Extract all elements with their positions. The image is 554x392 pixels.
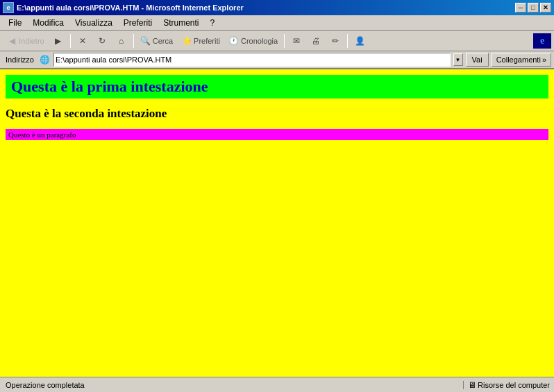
collegamenti-arrow: »	[542, 56, 546, 64]
paragraph: Questo è un paragrafo	[6, 129, 548, 140]
search-label: Cerca	[153, 37, 173, 45]
menu-bar: File Modifica Visualizza Preferiti Strum…	[0, 15, 554, 31]
preferiti-icon: ⭐	[181, 35, 192, 46]
refresh-icon: ↻	[96, 35, 108, 46]
title-bar: e E:\appunti aula corsi\PROVA.HTM - Micr…	[0, 0, 554, 15]
preferiti-button[interactable]: ⭐ Preferiti	[178, 33, 224, 49]
status-right-text: Risorse del computer	[478, 381, 550, 389]
content-area[interactable]: Questa è la prima intestazione Questa è …	[0, 69, 554, 377]
mail-icon: ✉	[291, 35, 302, 46]
ie-logo: e	[533, 33, 551, 49]
menu-visualizza[interactable]: Visualizza	[69, 17, 118, 29]
address-text[interactable]: E:\appunti aula corsi\PROVA.HTM	[56, 56, 448, 64]
stop-icon: ✕	[77, 35, 88, 46]
status-text: Operazione completata	[0, 381, 464, 389]
menu-modifica[interactable]: Modifica	[27, 17, 69, 29]
computer-icon: 🖥	[468, 380, 476, 390]
menu-help[interactable]: ?	[205, 17, 221, 29]
print-button[interactable]: 🖨	[307, 33, 325, 49]
messenger-button[interactable]: 👤	[351, 33, 369, 49]
address-input-wrap: E:\appunti aula corsi\PROVA.HTM	[53, 53, 451, 67]
toolbar: ◀ Indietro ▶ ✕ ↻ ⌂ 🔍 Cerca ⭐ Preferiti 🕐…	[0, 31, 554, 51]
status-right: 🖥 Risorse del computer	[464, 380, 554, 390]
address-dropdown[interactable]: ▼	[453, 53, 463, 66]
second-heading: Questa è la seconda intestazione	[6, 104, 548, 123]
messenger-icon: 👤	[354, 35, 365, 46]
content-inner: Questa è la prima intestazione Questa è …	[0, 69, 554, 146]
address-label: Indirizzo	[3, 56, 37, 64]
menu-preferiti[interactable]: Preferiti	[118, 17, 158, 29]
address-bar: Indirizzo 🌐 E:\appunti aula corsi\PROVA.…	[0, 51, 554, 69]
home-button[interactable]: ⌂	[112, 33, 131, 49]
minimize-button[interactable]: ─	[515, 3, 526, 12]
cronologia-icon: 🕐	[228, 35, 240, 46]
status-bar: Operazione completata 🖥 Risorse del comp…	[0, 377, 554, 392]
page-icon: 🌐	[40, 54, 51, 65]
back-button[interactable]: ◀ Indietro	[3, 33, 48, 49]
maximize-button[interactable]: □	[528, 3, 539, 12]
mail-button[interactable]: ✉	[287, 33, 305, 49]
collegamenti-label: Collegamenti	[496, 56, 541, 64]
edit-button[interactable]: ✏	[326, 33, 344, 49]
preferiti-label: Preferiti	[194, 37, 220, 45]
menu-strumenti[interactable]: Strumenti	[158, 17, 204, 29]
forward-button[interactable]: ▶	[49, 33, 67, 49]
forward-icon: ▶	[53, 35, 64, 46]
menu-file[interactable]: File	[3, 17, 27, 29]
separator-4	[347, 34, 348, 48]
separator-2	[133, 34, 134, 48]
print-icon: 🖨	[310, 35, 321, 46]
home-icon: ⌂	[116, 35, 127, 46]
app-icon: e	[3, 2, 14, 13]
separator-3	[284, 34, 285, 48]
collegamenti-button[interactable]: Collegamenti »	[492, 53, 551, 67]
back-label: Indietro	[19, 37, 44, 45]
cronologia-label: Cronologia	[241, 37, 278, 45]
window-title: E:\appunti aula corsi\PROVA.HTM - Micros…	[17, 3, 244, 12]
stop-button[interactable]: ✕	[74, 33, 92, 49]
vai-button[interactable]: Vai	[466, 53, 489, 67]
search-icon: 🔍	[140, 35, 151, 46]
cronologia-button[interactable]: 🕐 Cronologia	[225, 33, 281, 49]
edit-icon: ✏	[330, 35, 341, 46]
separator-1	[70, 34, 71, 48]
search-button[interactable]: 🔍 Cerca	[137, 33, 176, 49]
main-heading: Questa è la prima intestazione	[6, 75, 548, 99]
close-button[interactable]: ✕	[540, 3, 551, 12]
back-icon: ◀	[6, 35, 17, 46]
refresh-button[interactable]: ↻	[93, 33, 111, 49]
